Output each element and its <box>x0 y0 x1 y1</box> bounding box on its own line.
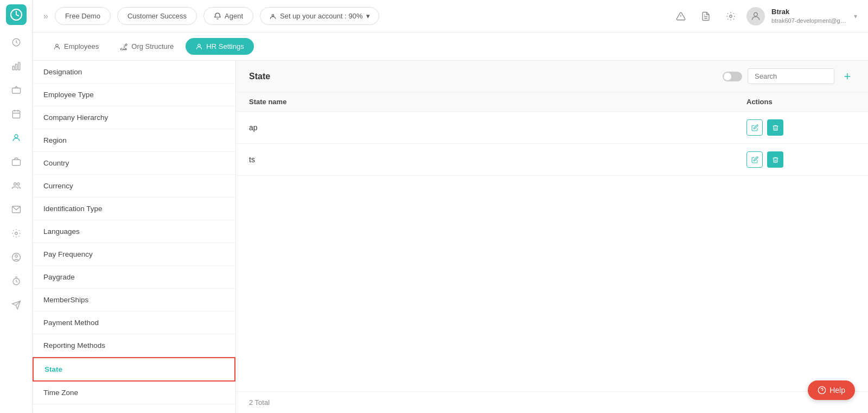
svg-rect-5 <box>12 88 20 93</box>
menu-item-state[interactable]: State <box>33 357 235 382</box>
sidebar-icon-gear[interactable] <box>5 223 27 244</box>
row-2-delete-button[interactable] <box>767 151 783 168</box>
svg-point-21 <box>730 15 732 17</box>
sidebar-icon-timer[interactable] <box>5 270 27 292</box>
panel-controls: + <box>723 68 855 84</box>
menu-item-languages[interactable]: Languages <box>33 220 235 243</box>
sidebar-icon-calendar[interactable] <box>5 103 27 125</box>
customer-success-button[interactable]: Customer Success <box>117 7 197 25</box>
tab-org-structure[interactable]: Org Structure <box>111 38 183 55</box>
menu-item-company-hierarchy[interactable]: Company Hierarchy <box>33 106 235 129</box>
help-icon <box>818 386 826 395</box>
menu-item-designation[interactable]: Designation <box>33 61 235 84</box>
svg-point-10 <box>17 183 20 186</box>
sidebar-icon-user-circle[interactable] <box>5 246 27 268</box>
svg-point-16 <box>272 14 274 16</box>
svg-point-24 <box>198 44 201 47</box>
col-actions: Actions <box>746 98 855 106</box>
menu-item-pay-frequency[interactable]: Pay Frequency <box>33 243 235 266</box>
sidebar-icon-chart[interactable] <box>5 55 27 77</box>
menu-item-time-zone[interactable]: Time Zone <box>33 382 235 404</box>
user-dropdown-arrow[interactable]: ▾ <box>854 12 857 20</box>
toggle-switch[interactable] <box>723 72 742 81</box>
menu-item-region[interactable]: Region <box>33 129 235 152</box>
top-navbar: » Free Demo Customer Success Agent Set u… <box>33 0 868 33</box>
nav-chevron: » <box>43 11 48 21</box>
menu-item-memberships[interactable]: MemberShips <box>33 289 235 312</box>
app-logo[interactable] <box>6 4 27 25</box>
sidebar-icon-tv[interactable] <box>5 79 27 101</box>
menu-item-employee-type[interactable]: Employee Type <box>33 84 235 106</box>
row-2-edit-button[interactable] <box>746 151 763 168</box>
menu-item-currency[interactable]: Currency <box>33 175 235 198</box>
panel-header: State + <box>236 61 868 92</box>
user-info: Btrak btrak607-development@gm... <box>771 8 847 24</box>
tab-employees[interactable]: Employees <box>43 38 108 55</box>
svg-rect-8 <box>12 160 20 166</box>
help-label: Help <box>829 386 845 395</box>
employees-tab-icon <box>53 43 61 50</box>
user-name: Btrak <box>771 8 847 17</box>
svg-point-9 <box>14 183 16 186</box>
agent-icon <box>214 12 221 20</box>
alert-icon-btn[interactable] <box>672 7 690 26</box>
table-header: State name Actions <box>236 92 868 112</box>
setup-icon <box>269 12 277 20</box>
menu-item-reporting-methods[interactable]: Reporting Methods <box>33 334 235 357</box>
sidebar-icon-person[interactable] <box>5 127 27 149</box>
col-state-name: State name <box>249 98 746 106</box>
doc-icon-btn[interactable] <box>697 7 715 26</box>
table-row: ap <box>236 112 868 144</box>
total-label: 2 Total <box>249 398 270 406</box>
user-email: btrak607-development@gm... <box>771 17 847 24</box>
setup-chevron: ▾ <box>366 12 370 20</box>
svg-point-7 <box>15 135 18 138</box>
table-row: ts <box>236 144 868 176</box>
svg-rect-4 <box>18 62 20 70</box>
svg-point-14 <box>15 255 17 258</box>
svg-rect-2 <box>12 66 14 70</box>
add-button[interactable]: + <box>840 69 855 84</box>
svg-rect-3 <box>15 64 17 70</box>
sidebar-icon-send[interactable] <box>5 294 27 316</box>
menu-item-payment-method[interactable]: Payment Method <box>33 312 235 334</box>
panel-footer: 2 Total <box>236 391 868 413</box>
main-wrapper: » Free Demo Customer Success Agent Set u… <box>33 0 868 413</box>
row-1-name: ap <box>249 123 746 132</box>
row-1-delete-button[interactable] <box>767 119 783 136</box>
content-area: Employees Org Structure HR Settings Desi… <box>33 33 868 413</box>
search-input[interactable] <box>748 68 834 84</box>
panel-title: State <box>249 72 270 81</box>
svg-rect-6 <box>12 111 20 118</box>
row-2-actions <box>746 151 855 168</box>
tab-org-label: Org Structure <box>131 42 174 50</box>
sidebar-icon-clock[interactable] <box>5 31 27 53</box>
menu-sidebar: Designation Employee Type Company Hierar… <box>33 61 236 413</box>
free-demo-button[interactable]: Free Demo <box>55 7 111 25</box>
tabs-bar: Employees Org Structure HR Settings <box>33 33 868 61</box>
body-area: Designation Employee Type Company Hierar… <box>33 61 868 413</box>
row-1-edit-button[interactable] <box>746 119 763 136</box>
row-2-name: ts <box>249 155 746 164</box>
org-tab-icon <box>120 43 128 50</box>
sidebar-icon-mail[interactable] <box>5 199 27 220</box>
main-panel: State + State name Actions ap <box>236 61 868 413</box>
menu-item-country[interactable]: Country <box>33 152 235 175</box>
tab-hr-label: HR Settings <box>206 42 244 50</box>
agent-button[interactable]: Agent <box>203 7 253 25</box>
menu-item-paygrade[interactable]: Paygrade <box>33 266 235 289</box>
setup-button[interactable]: Set up your account : 90% ▾ <box>260 7 379 25</box>
sidebar-icon-briefcase[interactable] <box>5 151 27 173</box>
icon-sidebar <box>0 0 33 413</box>
menu-item-identification-type[interactable]: Identification Type <box>33 198 235 220</box>
data-table: State name Actions ap <box>236 92 868 391</box>
row-1-actions <box>746 119 855 136</box>
help-button[interactable]: Help <box>808 380 855 400</box>
setup-label: Set up your account : 90% <box>280 12 362 20</box>
svg-point-23 <box>56 44 59 47</box>
agent-label: Agent <box>225 12 243 20</box>
svg-point-22 <box>754 12 758 16</box>
tab-hr-settings[interactable]: HR Settings <box>186 38 253 55</box>
settings-icon-btn[interactable] <box>722 7 740 26</box>
sidebar-icon-group[interactable] <box>5 175 27 196</box>
